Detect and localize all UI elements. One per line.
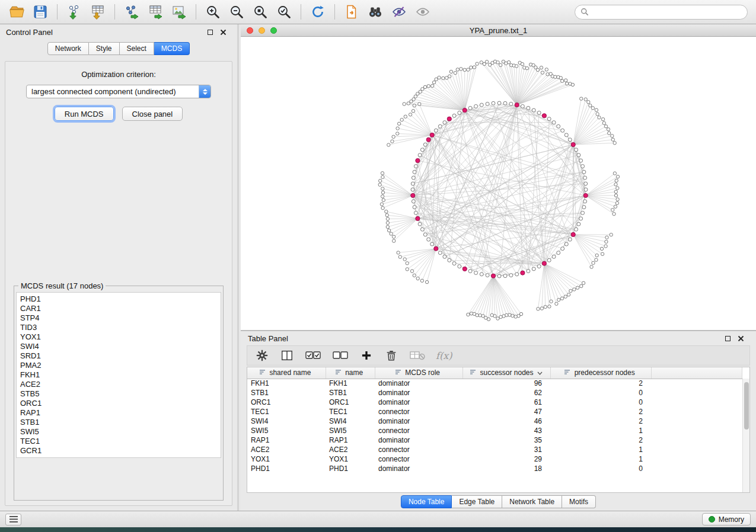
open-file-button[interactable] [6,2,27,22]
table-cell[interactable]: 35 [462,435,550,445]
export-network-button[interactable] [121,2,142,22]
tab-select[interactable]: Select [120,42,154,55]
maximize-window-icon[interactable] [270,27,277,34]
result-node-item[interactable]: PHD1 [20,294,217,304]
table-row[interactable]: ORC1ORC1dominator610 [247,398,742,407]
table-cell[interactable]: connector [375,445,462,454]
table-cell[interactable]: 47 [462,407,550,416]
table-cell[interactable]: dominator [375,416,462,426]
tab-motifs[interactable]: Motifs [562,495,596,508]
table-cell[interactable]: FKH1 [326,379,375,388]
table-row[interactable]: SWI5SWI5connector431 [247,426,742,435]
table-cell[interactable]: PHD1 [247,464,326,473]
tab-network[interactable]: Network [47,42,89,55]
first-neighbors-button[interactable] [365,2,386,22]
table-cell[interactable]: connector [375,426,462,435]
table-cell[interactable]: 18 [462,464,550,473]
tab-node-table[interactable]: Node Table [401,495,452,508]
result-node-item[interactable]: FKH1 [20,370,217,380]
result-node-item[interactable]: PMA2 [20,361,217,370]
memory-button[interactable]: Memory [702,513,751,525]
table-settings-button[interactable] [254,348,270,363]
table-cell[interactable]: 2 [550,416,651,426]
table-cell[interactable]: 29 [462,454,550,464]
result-node-item[interactable]: STB5 [20,389,217,399]
result-node-item[interactable]: TEC1 [20,437,217,446]
delete-column-button[interactable] [384,348,399,363]
table-cell[interactable]: 96 [462,379,550,388]
table-row[interactable]: PHD1PHD1dominator180 [247,464,742,473]
close-panel-icon[interactable] [220,29,227,36]
float-panel-icon[interactable] [208,30,213,35]
table-row[interactable]: SWI4SWI4dominator462 [247,416,742,426]
zoom-selected-button[interactable] [273,2,295,22]
table-cell[interactable]: 1 [550,445,651,454]
network-frame-titlebar[interactable]: YPA_prune.txt_1 [241,24,756,37]
result-node-item[interactable]: SWI5 [20,427,217,437]
table-cell[interactable]: TEC1 [326,407,375,416]
table-cell[interactable]: connector [375,454,462,464]
table-cell[interactable]: 61 [462,398,550,407]
column-header-successor-nodes[interactable]: successor nodes [462,367,550,379]
table-cell[interactable]: 31 [462,445,550,454]
table-cell[interactable]: 0 [550,464,651,473]
tab-network-table[interactable]: Network Table [502,495,562,508]
result-node-item[interactable]: ACE2 [20,380,217,389]
table-cell[interactable]: dominator [375,435,462,445]
column-header-name[interactable]: name [326,367,375,379]
hide-selected-button[interactable] [388,2,410,22]
table-cell[interactable]: 43 [462,426,550,435]
table-row[interactable]: ACE2ACE2connector311 [247,445,742,454]
table-cell[interactable]: connector [375,407,462,416]
table-cell[interactable]: 1 [550,454,651,464]
table-scrollbar[interactable] [742,379,749,492]
result-node-item[interactable]: SWI4 [20,342,217,351]
status-menu-button[interactable] [5,514,21,525]
tab-style[interactable]: Style [89,42,120,55]
search-input[interactable] [592,8,742,17]
table-cell[interactable]: ACE2 [326,445,375,454]
table-cell[interactable]: PHD1 [326,464,375,473]
unselect-all-button[interactable] [331,348,349,363]
result-node-item[interactable]: STB1 [20,418,217,427]
column-header-predecessor-nodes[interactable]: predecessor nodes [550,367,651,379]
minimize-window-icon[interactable] [259,27,265,34]
table-row[interactable]: FKH1FKH1dominator962 [247,379,742,388]
close-window-icon[interactable] [247,27,253,34]
optimization-select[interactable]: largest connected component (undirected) [26,85,211,98]
table-cell[interactable]: 0 [550,388,651,398]
result-node-item[interactable]: YOX1 [20,332,217,342]
apply-layout-button[interactable] [307,2,328,22]
float-table-panel-icon[interactable] [725,336,731,341]
export-table-button[interactable] [145,2,166,22]
table-cell[interactable]: FKH1 [247,379,326,388]
table-cell[interactable]: 2 [550,407,651,416]
table-cell[interactable]: SWI5 [247,426,326,435]
table-cell[interactable]: 2 [550,435,651,445]
network-canvas[interactable] [241,37,756,330]
network-share-button[interactable] [341,2,362,22]
table-cell[interactable]: ORC1 [326,398,375,407]
table-row[interactable]: STB1STB1dominator620 [247,388,742,398]
create-column-button[interactable] [359,348,374,363]
scrollbar-thumb[interactable] [744,382,749,430]
table-cell[interactable]: 62 [462,388,550,398]
table-cell[interactable]: STB1 [326,388,375,398]
table-row[interactable]: TEC1TEC1connector472 [247,407,742,416]
table-cell[interactable]: dominator [375,464,462,473]
close-mcds-panel-button[interactable]: Close panel [122,107,183,121]
table-cell[interactable]: TEC1 [247,407,326,416]
close-table-panel-icon[interactable] [738,335,744,342]
table-cell[interactable]: 46 [462,416,550,426]
table-cell[interactable]: STB1 [247,388,326,398]
run-mcds-button[interactable]: Run MCDS [55,107,114,121]
column-header-shared-name[interactable]: shared name [247,367,326,379]
table-cell[interactable]: ORC1 [247,398,326,407]
tab-mcds[interactable]: MCDS [154,42,190,55]
zoom-in-button[interactable] [202,2,224,22]
mcds-result-list[interactable]: PHD1CAR1STP4TID3YOX1SWI4SRD1PMA2FKH1ACE2… [16,292,221,458]
table-cell[interactable]: RAP1 [247,435,326,445]
column-header-mcds-role[interactable]: MCDS role [375,367,462,379]
select-all-button[interactable] [304,348,322,363]
table-cell[interactable]: SWI4 [247,416,326,426]
